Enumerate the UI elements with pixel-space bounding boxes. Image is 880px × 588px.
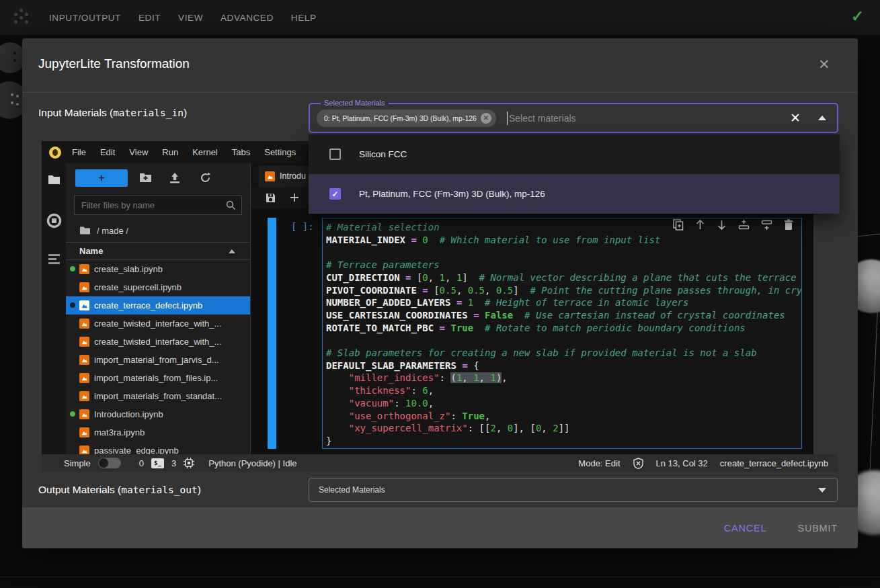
app-top-bar: INPUT/OUTPUTEDITVIEWADVANCEDHELP ✓ <box>0 0 880 35</box>
tab-label: Introdu <box>280 171 306 181</box>
jupyterlab-menu-edit[interactable]: Edit <box>100 147 115 157</box>
kernels-count[interactable]: 3 <box>171 458 176 468</box>
file-row[interactable]: passivate_edge.ipynb <box>66 442 250 454</box>
insert-cell-above-icon[interactable] <box>738 219 750 230</box>
file-row[interactable]: import_materials_from_standat... <box>66 387 250 405</box>
file-row[interactable]: mat3ra.ipynb <box>66 423 250 442</box>
file-row[interactable]: import_material_from_jarvis_d... <box>66 351 250 369</box>
new-folder-icon[interactable] <box>139 172 152 185</box>
file-row[interactable]: import_materials_from_files.ip... <box>66 369 250 387</box>
kernel-cpu-icon[interactable] <box>184 458 194 468</box>
move-cell-down-icon[interactable] <box>717 219 727 230</box>
refresh-icon[interactable] <box>200 172 211 186</box>
app-menu-view[interactable]: VIEW <box>178 13 203 23</box>
delete-cell-icon[interactable] <box>784 219 793 230</box>
output-materials-label: Output Materials (materials_out) <box>38 484 201 496</box>
jupyterlab-menu-kernel[interactable]: Kernel <box>192 147 218 157</box>
selected-materials-legend: Selected Materials <box>321 99 389 107</box>
checkbox-unchecked-icon[interactable] <box>329 149 341 160</box>
jupyterlab-menus: FileEditViewRunKernelTabsSettings <box>72 147 296 157</box>
active-filename[interactable]: create_terrace_defect.ipynb <box>720 458 828 468</box>
material-option-label: Pt, Platinum, FCC (Fm-3m) 3D (Bulk), mp-… <box>359 189 545 199</box>
select-materials-input[interactable] <box>509 113 790 124</box>
insert-cell-icon[interactable] <box>290 193 299 202</box>
background-divider <box>0 577 880 577</box>
terminals-count[interactable]: 0 <box>139 458 144 468</box>
material-option[interactable]: ✓Pt, Platinum, FCC (Fm-3m) 3D (Bulk), mp… <box>309 174 840 214</box>
code-line: USE_CARTESIAN_COORDINATES = False # Use … <box>326 309 801 322</box>
dialog-title: JupyterLite Transformation <box>38 56 190 71</box>
app-logo-icon[interactable] <box>13 9 30 26</box>
file-row[interactable]: create_supercell.ipynb <box>66 278 250 296</box>
code-line: "xy_supercell_matrix": [[2, 0], [0, 2]] <box>326 422 801 435</box>
code-line: CUT_DIRECTION = [0, 1, 1] # Normal vecto… <box>326 271 801 284</box>
code-line: } <box>326 435 801 448</box>
file-name: create_supercell.ipynb <box>94 282 182 292</box>
file-row[interactable]: create_slab.ipynb <box>66 260 250 278</box>
code-line <box>326 246 801 259</box>
kernel-status[interactable]: Python (Pyodide) | Idle <box>208 458 296 468</box>
checkbox-checked-icon[interactable]: ✓ <box>329 188 341 200</box>
app-menu-help[interactable]: HELP <box>291 13 317 23</box>
app-menu-advanced[interactable]: ADVANCED <box>221 13 274 23</box>
code-cell[interactable]: # Material selectionMATERIAL_INDEX = 0 #… <box>322 218 802 449</box>
cursor-position[interactable]: Ln 13, Col 32 <box>656 458 708 468</box>
dialog-footer: CANCEL SUBMIT <box>22 507 858 548</box>
breadcrumb[interactable]: / made / <box>79 222 128 239</box>
code-line: "use_orthogonal_z": True, <box>326 410 801 423</box>
jupyterlab-menu-run[interactable]: Run <box>162 147 178 157</box>
output-materials-select[interactable]: Selected Materials <box>309 478 838 502</box>
trust-shield-icon[interactable] <box>633 458 644 469</box>
collapse-dropdown-icon[interactable] <box>818 116 826 120</box>
notebook-file-icon <box>79 446 89 454</box>
jupyterlab-menu-file[interactable]: File <box>72 147 86 157</box>
app-menu-edit[interactable]: EDIT <box>138 13 161 23</box>
submit-button[interactable]: SUBMIT <box>797 523 838 534</box>
materials-dropdown-menu: Silicon FCC✓Pt, Platinum, FCC (Fm-3m) 3D… <box>309 134 840 214</box>
duplicate-cell-icon[interactable] <box>673 219 684 230</box>
close-icon[interactable]: ✕ <box>818 57 830 71</box>
text-caret <box>507 112 508 125</box>
insert-cell-below-icon[interactable] <box>761 219 772 230</box>
chip-delete-icon[interactable]: ✕ <box>481 113 491 124</box>
success-check-icon: ✓ <box>851 7 864 26</box>
new-launcher-button[interactable]: + <box>75 169 128 187</box>
file-row[interactable]: create_twisted_interface_with_... <box>66 314 250 333</box>
cancel-button[interactable]: CANCEL <box>724 523 767 534</box>
mode-indicator[interactable]: Mode: Edit <box>578 458 620 468</box>
filter-files-input[interactable] <box>75 200 226 210</box>
file-list-header[interactable]: Name ⋯ <box>66 242 250 260</box>
running-kernels-icon[interactable] <box>46 213 62 231</box>
app-menu-input-output[interactable]: INPUT/OUTPUT <box>49 13 121 23</box>
file-browser-icon[interactable] <box>48 174 61 187</box>
file-browser-panel: + <box>66 163 251 454</box>
folder-icon <box>79 226 91 235</box>
table-of-contents-icon[interactable] <box>48 253 61 267</box>
file-name: Introduction.ipynb <box>94 409 163 419</box>
material-option-label: Silicon FCC <box>359 149 407 159</box>
cell-collapser[interactable] <box>268 218 276 449</box>
code-line: "thickness": 6, <box>326 384 801 397</box>
code-line: MATERIAL_INDEX = 0 # Which material to u… <box>326 234 801 247</box>
selected-materials-field[interactable]: Selected Materials 0: Pt, Platinum, FCC … <box>309 103 838 133</box>
jupyterlab-menu-settings[interactable]: Settings <box>264 147 296 157</box>
upload-icon[interactable] <box>169 172 180 186</box>
move-cell-up-icon[interactable] <box>695 219 705 230</box>
sort-ascending-icon <box>229 249 235 253</box>
file-row[interactable]: create_twisted_interface_with_... <box>66 333 250 351</box>
file-name: passivate_edge.ipynb <box>94 446 179 454</box>
material-chip[interactable]: 0: Pt, Platinum, FCC (Fm-3m) 3D (Bulk), … <box>317 110 496 127</box>
file-row[interactable]: create_terrace_defect.ipynb <box>66 296 250 314</box>
jupyterlab-menu-view[interactable]: View <box>129 147 148 157</box>
jupyterlab-menu-tabs[interactable]: Tabs <box>232 147 250 157</box>
terminal-icon[interactable]: $_ <box>151 458 164 468</box>
clear-selection-icon[interactable]: ✕ <box>790 112 801 124</box>
name-column-header[interactable]: Name <box>79 246 103 256</box>
save-icon[interactable] <box>266 193 276 203</box>
code-line: ROTATE_TO_MATCH_PBC = True # Rotate to m… <box>326 322 801 335</box>
file-row[interactable]: Introduction.ipynb <box>66 405 250 423</box>
simple-mode-toggle[interactable] <box>98 458 121 468</box>
material-option[interactable]: Silicon FCC <box>309 134 840 174</box>
material-chip-label: 0: Pt, Platinum, FCC (Fm-3m) 3D (Bulk), … <box>324 114 477 122</box>
code-line: # Slab parameters for creating a new sla… <box>326 347 801 360</box>
